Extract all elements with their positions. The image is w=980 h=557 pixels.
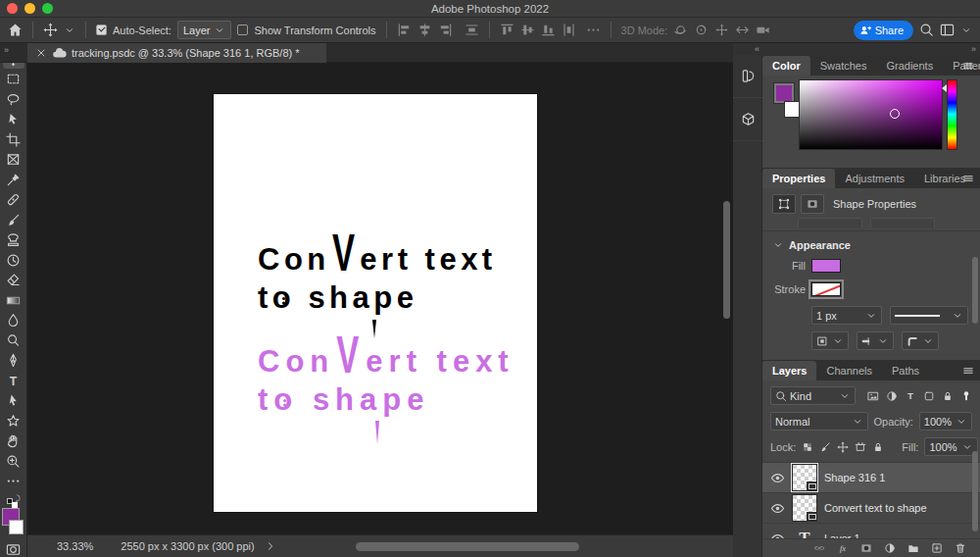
background-color-swatch[interactable] [9,520,24,534]
eye-icon[interactable] [770,471,785,485]
tab-swatches[interactable]: Swatches [810,56,877,76]
stroke-type-combo[interactable] [890,306,968,325]
blend-mode-combo[interactable]: Normal [770,412,868,430]
filter-pixel-layers-icon[interactable] [867,390,879,402]
tab-properties[interactable]: Properties [762,169,835,188]
path-selection-tool[interactable] [3,391,24,411]
layer-row-convert-text-to-shape[interactable]: Convert text to shape [762,493,980,524]
close-tab-icon[interactable] [35,47,47,59]
stroke-cap-combo[interactable] [857,331,894,350]
layer-filter-combo[interactable]: Kind [770,386,856,405]
expand-tools-icon[interactable]: » [4,45,8,55]
layer-fill-combo[interactable]: 100% [924,437,977,456]
blur-tool[interactable] [3,311,24,330]
panel-menu-icon[interactable] [962,60,974,72]
eye-icon[interactable] [770,501,785,516]
auto-select-checkbox[interactable] [96,25,107,35]
crop-tool[interactable] [3,129,24,149]
layer-thumbnail[interactable] [793,495,816,521]
lock-pixels-icon[interactable] [819,441,831,453]
align-bottom-icon[interactable] [541,23,556,37]
distribute-vertical-icon[interactable] [562,23,576,37]
healing-brush-tool[interactable] [3,190,24,210]
panel-menu-icon[interactable] [962,365,974,377]
collapse-panels-icon[interactable]: » [971,44,975,54]
show-transform-checkbox[interactable] [237,25,248,35]
status-options-icon[interactable] [265,540,276,552]
3d-panel-button[interactable] [733,98,762,141]
align-vertical-centers-icon[interactable] [520,23,535,37]
pasteboard[interactable]: ConVert text to shape ConVert text to sh… [27,63,733,534]
tab-paths[interactable]: Paths [882,361,929,380]
canvas-vertical-scrollbar[interactable] [723,201,730,319]
layer-name[interactable]: Shape 316 1 [824,472,885,483]
chevron-down-icon[interactable] [64,25,75,36]
zoom-tool[interactable] [3,451,24,471]
color-picker-ring[interactable] [890,109,900,119]
brush-tool[interactable] [3,210,24,229]
quick-mask-icon[interactable] [6,542,21,557]
dodge-tool[interactable] [3,330,24,350]
type-tool[interactable]: T [3,371,24,390]
share-button[interactable]: Share [854,21,913,40]
filter-shape-layers-icon[interactable] [923,390,935,402]
object-selection-tool[interactable] [3,110,24,129]
fill-color-swatch[interactable] [811,259,841,273]
lock-all-icon[interactable] [872,441,884,453]
fx-icon[interactable]: fx [837,542,849,554]
properties-scrollbar[interactable] [972,257,978,324]
zoom-level[interactable]: 33.33% [57,540,93,552]
color-field[interactable] [799,79,943,150]
layer-mask-icon[interactable] [860,542,872,554]
stroke-align-combo[interactable] [811,331,849,350]
mask-properties-button[interactable] [801,194,824,214]
align-right-icon[interactable] [438,23,453,37]
layers-scrollbar[interactable] [972,451,978,532]
eyedropper-tool[interactable] [3,170,24,189]
document-tab[interactable]: tracking.psdc @ 33.3% (Shape 316 1, RGB/… [27,43,326,63]
history-panel-button[interactable] [733,55,762,98]
home-icon[interactable] [8,23,23,37]
edit-toolbar[interactable] [3,472,24,491]
filter-adjustment-layers-icon[interactable] [886,390,898,402]
clone-stamp-tool[interactable] [3,230,24,250]
eraser-tool[interactable] [3,271,24,290]
stroke-corner-combo[interactable] [902,331,939,350]
panel-menu-icon[interactable] [962,173,974,184]
stroke-width-combo[interactable]: 1 px [811,306,882,325]
filter-type-layers-icon[interactable]: T [905,390,916,402]
adjustment-icon[interactable] [884,542,896,554]
lock-artboard-icon[interactable] [855,441,866,453]
stroke-color-swatch[interactable] [811,282,841,296]
collapse-dock-icon[interactable]: « [755,44,759,54]
collapse-section-icon[interactable] [772,239,784,251]
hand-tool[interactable] [3,431,24,451]
gradient-tool[interactable] [3,290,24,310]
workspace-switcher-icon[interactable] [940,23,955,37]
opacity-combo[interactable]: 100% [919,412,972,430]
tab-layers[interactable]: Layers [762,361,816,380]
frame-tool[interactable] [3,150,24,170]
tab-adjustments[interactable]: Adjustments [835,169,914,188]
more-align-options-icon[interactable] [586,23,601,37]
pen-tool[interactable] [3,351,24,371]
filter-smart-objects-icon[interactable] [942,390,954,402]
new-layer-icon[interactable] [931,542,943,554]
history-brush-tool[interactable] [3,250,24,270]
auto-select-dropdown[interactable]: Layer [177,21,232,39]
lasso-tool[interactable] [3,89,24,109]
lock-position-icon[interactable] [837,441,849,453]
align-horizontal-centers-icon[interactable] [417,23,432,37]
link-icon[interactable] [813,542,825,554]
tab-channels[interactable]: Channels [816,361,881,380]
canvas-page[interactable]: ConVert text to shape ConVert text to sh… [214,94,537,512]
search-icon[interactable] [919,23,934,37]
marquee-tool[interactable] [3,70,24,89]
layer-thumbnail[interactable] [793,465,816,490]
lock-transparency-icon[interactable] [802,441,813,453]
tab-color[interactable]: Color [762,56,810,76]
tab-gradients[interactable]: Gradients [876,56,943,76]
chevron-down-icon[interactable] [960,25,972,36]
canvas-horizontal-scrollbar[interactable] [356,542,579,551]
align-left-icon[interactable] [397,23,412,37]
